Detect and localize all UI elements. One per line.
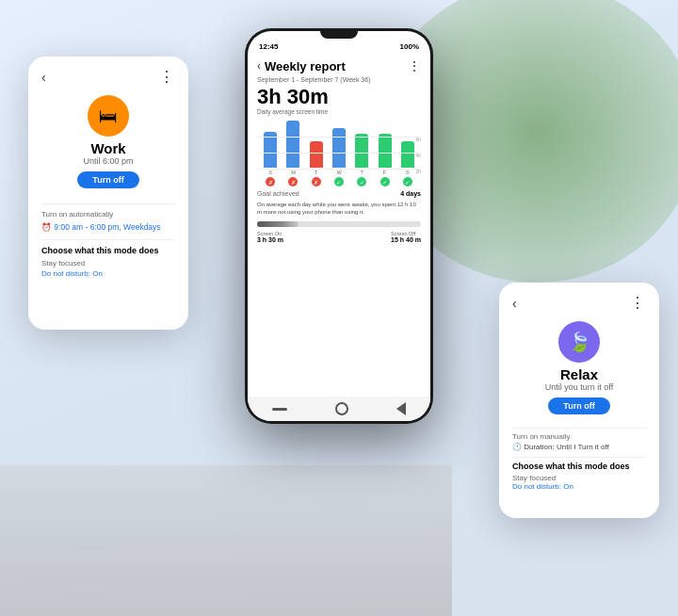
relax-more-button[interactable]: ⋮ — [630, 294, 646, 312]
day-m: M — [291, 170, 296, 175]
phone-notch — [320, 31, 358, 39]
grid-line-6h: 6h — [257, 137, 421, 138]
bar-sunday: S ✗ — [264, 132, 277, 186]
day-s1: S — [268, 170, 272, 175]
grid-line-4h: 4h — [257, 153, 421, 154]
relax-icon: 🍃 — [558, 321, 600, 363]
wr-more-button[interactable]: ⋮ — [408, 58, 421, 73]
work-icon: 🛏 — [88, 95, 129, 137]
weekly-report-phone: 12:45 100% ‹ Weekly report ⋮ September 1… — [245, 28, 433, 424]
nav-home[interactable] — [335, 402, 348, 415]
wr-title: Weekly report — [265, 59, 408, 73]
chart-label-6h: 6h — [415, 137, 421, 142]
nav-back[interactable] — [396, 402, 406, 415]
bar-chart: 4h 2h 6h S ✗ M ✗ — [257, 121, 421, 186]
table-surface — [0, 465, 452, 616]
bar-thursday: T ✓ — [355, 134, 368, 186]
check-f: ✓ — [380, 177, 390, 186]
day-t2: T — [361, 170, 363, 175]
day-t1: T — [315, 170, 317, 175]
relax-auto-section: Turn on manually — [512, 432, 646, 441]
wr-back-button[interactable]: ‹ — [257, 59, 261, 73]
relax-divider-1 — [512, 428, 646, 429]
relax-stay-focused: Stay focused — [512, 474, 646, 482]
battery-display: 100% — [400, 42, 419, 51]
wr-screen-time: 3h 30m — [257, 87, 421, 107]
bar-saturday: S ✓ — [401, 141, 414, 186]
chart-label-4h: 4h — [415, 153, 421, 158]
screen-off-group: Screen Off 15 h 40 m — [391, 231, 421, 243]
wr-date-range: September 1 - September 7 (Week 36) — [257, 76, 421, 83]
screen-on-group: Screen On 3 h 30 m — [257, 231, 283, 243]
bar-m — [286, 121, 299, 168]
day-s2: S — [406, 170, 410, 175]
relax-choose-section: Choose what this mode does — [512, 462, 646, 471]
screen-on-value: 3 h 30 m — [257, 236, 283, 243]
progress-bar — [257, 221, 421, 227]
screen-content: ‹ Weekly report ⋮ September 1 - Septembe… — [248, 53, 430, 397]
check-t2: ✓ — [357, 177, 366, 186]
work-mode-panel: ‹ ⋮ 🛏 Work Until 6:00 pm Turn off Turn o… — [28, 57, 188, 330]
progress-fill — [257, 221, 299, 227]
relax-dnd[interactable]: Do not disturb: On — [512, 482, 646, 491]
work-turn-off-button[interactable]: Turn off — [77, 171, 138, 188]
wr-screen-time-label: Daily average screen time — [257, 108, 421, 115]
work-stay-focused: Stay focused — [41, 259, 175, 267]
time-display: 12:45 — [259, 42, 278, 51]
work-title: Work — [90, 140, 125, 156]
relax-turn-off-button[interactable]: Turn off — [548, 397, 609, 414]
bar-t1 — [310, 141, 323, 168]
goal-days: 4 days — [400, 190, 421, 197]
check-m: ✗ — [288, 177, 298, 186]
screen-off-value: 15 h 40 m — [391, 236, 421, 243]
check-t1: ✗ — [312, 177, 321, 186]
bar-friday: F ✓ — [379, 134, 392, 186]
chart-label-2h: 2h — [415, 169, 421, 174]
bar-s2 — [401, 141, 414, 168]
divider-2 — [41, 239, 175, 240]
work-auto-section: Turn on automatically — [41, 210, 175, 219]
work-dnd[interactable]: Do not disturb: On — [41, 269, 175, 278]
work-until: Until 6:00 pm — [83, 156, 133, 166]
relax-until: Until you turn it off — [545, 382, 613, 392]
work-more-button[interactable]: ⋮ — [159, 68, 175, 86]
work-auto-time[interactable]: ⏰ 9:00 am - 6:00 pm, Weekdays — [41, 222, 175, 232]
check-s2: ✓ — [403, 177, 412, 186]
work-choose-section: Choose what this mode does — [41, 246, 175, 255]
status-bar: 12:45 100% — [248, 39, 430, 53]
goal-label: Goal achieved — [257, 190, 299, 197]
bar-tuesday: T ✗ — [310, 141, 323, 186]
goal-row: Goal achieved 4 days — [257, 190, 421, 197]
check-s1: ✗ — [266, 177, 275, 186]
wr-description: On average each day while you were awake… — [257, 201, 421, 217]
weekly-report-header: ‹ Weekly report ⋮ — [257, 58, 421, 73]
divider-1 — [41, 203, 175, 204]
relax-back-button[interactable]: ‹ — [512, 296, 517, 311]
screen-on-label: Screen On — [257, 231, 283, 236]
bar-monday: M ✗ — [286, 121, 299, 186]
day-f: F — [383, 170, 386, 175]
relax-divider-2 — [512, 457, 646, 458]
day-w: W — [336, 170, 341, 175]
screen-times-row: Screen On 3 h 30 m Screen Off 15 h 40 m — [257, 231, 421, 243]
nav-bar — [248, 397, 430, 421]
check-w: ✓ — [334, 177, 344, 186]
bar-w — [332, 128, 346, 168]
relax-title: Relax — [560, 366, 598, 382]
relax-mode-panel: ‹ ⋮ 🍃 Relax Until you turn it off Turn o… — [499, 283, 659, 518]
bar-t2 — [355, 134, 368, 168]
relax-duration: 🕐 Duration: Until I Turn it off — [512, 443, 646, 451]
nav-recents[interactable] — [272, 408, 287, 411]
work-back-button[interactable]: ‹ — [41, 70, 46, 85]
grid-line-2h: 2h — [257, 169, 421, 170]
bar-f — [379, 134, 392, 168]
